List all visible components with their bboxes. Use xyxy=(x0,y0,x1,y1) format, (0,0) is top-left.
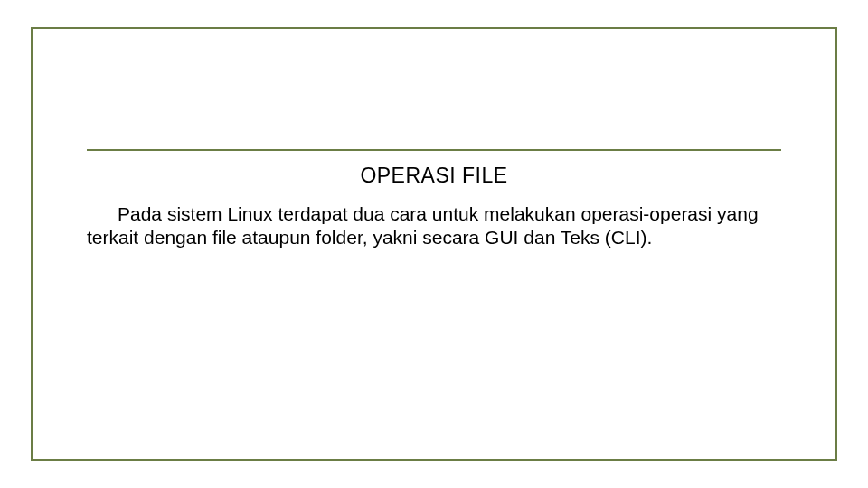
slide-title: OPERASI FILE xyxy=(87,164,781,188)
slide-body: Pada sistem Linux terdapat dua cara untu… xyxy=(87,202,781,250)
slide-frame: OPERASI FILE Pada sistem Linux terdapat … xyxy=(31,27,837,461)
content-block: OPERASI FILE Pada sistem Linux terdapat … xyxy=(87,149,781,250)
divider-rule xyxy=(87,149,781,151)
